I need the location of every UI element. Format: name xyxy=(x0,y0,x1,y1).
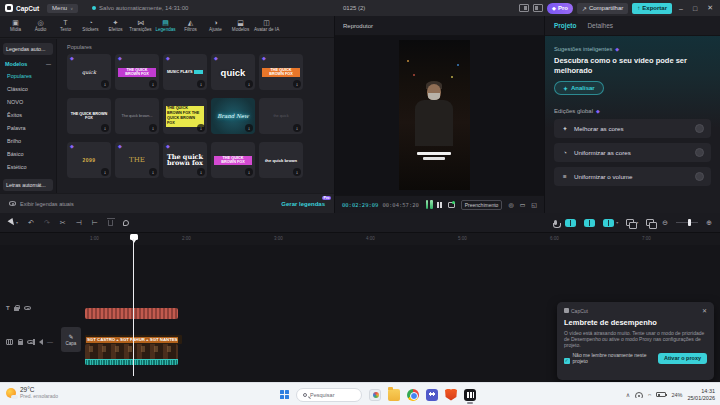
close-icon[interactable]: ✕ xyxy=(702,307,707,314)
sidebar-item--xitos[interactable]: Êxitos xyxy=(0,108,56,121)
mask-button[interactable] xyxy=(123,220,129,226)
taskbar-app-photos[interactable] xyxy=(369,389,381,401)
delete-button[interactable] xyxy=(108,220,113,226)
auto-ripple-toggle[interactable]: ▾ xyxy=(603,219,618,227)
battery-icon[interactable] xyxy=(656,392,666,397)
shrink-timeline-button[interactable] xyxy=(646,219,654,226)
sidebar-item-novo[interactable]: NOVO xyxy=(0,95,56,108)
taskbar-app-brave[interactable] xyxy=(445,389,457,401)
caption-template-tile[interactable]: Brand New↓ xyxy=(211,98,255,134)
export-button[interactable]: ↑ Exportar xyxy=(632,3,672,14)
ratio-icon[interactable]: ▭ xyxy=(520,201,526,209)
global-edit-row-uniformizar-volume[interactable]: ≡Uniformizar o volume xyxy=(554,167,711,186)
zoom-in-button[interactable]: ⊕ xyxy=(706,218,712,228)
caption-template-tile[interactable]: THE QUICK BROWN FOX↓ xyxy=(67,98,111,134)
taskbar-app-explorer[interactable] xyxy=(388,389,400,401)
caption-template-tile[interactable]: the quick↓ xyxy=(259,98,303,134)
redo-button[interactable]: ↷ xyxy=(44,218,50,228)
track-options-dropdown[interactable]: ▾ xyxy=(626,219,638,226)
caption-template-tile[interactable]: ◆2099↓ xyxy=(67,142,111,178)
preview-quality-icon[interactable] xyxy=(448,202,455,208)
link-preview-toggle[interactable] xyxy=(584,219,595,227)
sidebar-item-brilho[interactable]: Brilho xyxy=(0,134,56,147)
pro-button[interactable]: ◆ Pro xyxy=(547,3,573,14)
sidebar-item-palavra[interactable]: Palavra xyxy=(0,121,56,134)
ribbon-item-legendas[interactable]: ▤Legendas xyxy=(153,18,178,33)
global-edit-row-uniformizar-cores[interactable]: ◔Uniformizar as cores xyxy=(554,143,711,162)
zoom-slider-knob[interactable] xyxy=(688,219,691,226)
snap-toggle[interactable] xyxy=(565,219,576,227)
weather-widget[interactable]: 29°C Pred. ensolarado xyxy=(6,386,58,399)
fill-mode-dropdown[interactable]: Preenchimento xyxy=(461,200,503,210)
ribbon-item-modelos[interactable]: ⬓Modelos xyxy=(228,18,253,33)
download-icon[interactable]: ↓ xyxy=(101,80,109,88)
taskbar-app-chrome[interactable] xyxy=(407,389,419,401)
eye-icon[interactable] xyxy=(24,306,31,311)
menu-button[interactable]: Menu ∨ xyxy=(47,4,78,13)
mute-icon[interactable] xyxy=(39,339,43,345)
pause-button[interactable] xyxy=(437,202,442,208)
ribbon-item-audio[interactable]: ◎Áudio xyxy=(28,18,53,33)
split-button[interactable]: ✂ xyxy=(60,218,66,228)
sidebar-item-cl-ssico[interactable]: Clássico xyxy=(0,82,56,95)
ribbon-item-ajuste[interactable]: ◑Ajuste xyxy=(203,18,228,33)
caption-template-tile[interactable]: The quick brown...↓ xyxy=(115,98,159,134)
dont-remind-checkbox[interactable]: ✓ xyxy=(564,358,570,364)
sidebar-item-auto-captions[interactable]: Legendas auto... xyxy=(3,43,53,55)
record-voiceover-button[interactable] xyxy=(554,220,557,225)
download-icon[interactable]: ↓ xyxy=(197,168,205,176)
show-current-captions-toggle[interactable]: Exibir legendas atuais xyxy=(20,201,74,207)
delete-left-button[interactable]: ⊣ xyxy=(76,218,82,228)
download-icon[interactable]: ↓ xyxy=(149,124,157,132)
apply-toggle[interactable] xyxy=(695,148,704,157)
undo-button[interactable]: ↶ xyxy=(28,218,34,228)
delete-right-button[interactable]: ⊢ xyxy=(92,218,98,228)
download-icon[interactable]: ↓ xyxy=(149,80,157,88)
tab-projeto[interactable]: Projeto xyxy=(554,22,576,29)
tab-detalhes[interactable]: Detalhes xyxy=(587,22,613,29)
maximize-button[interactable]: □ xyxy=(690,5,700,12)
ribbon-item-transicoes[interactable]: ⋈Transições xyxy=(128,18,153,33)
zoom-out-button[interactable]: ⊖ xyxy=(662,218,668,228)
caption-template-tile[interactable]: ◆MUSIC PLAYS↓ xyxy=(163,54,207,90)
sidebar-item-b-sico[interactable]: Básico xyxy=(0,147,56,160)
caption-template-tile[interactable]: THE QUICK BROWN FOX THE QUICK BROWN FOX↓ xyxy=(163,98,207,134)
select-tool-button[interactable]: ▾ xyxy=(9,219,18,226)
download-icon[interactable]: ↓ xyxy=(101,168,109,176)
caption-template-tile[interactable]: ◆The quick brown fox↓ xyxy=(163,142,207,178)
video-preview[interactable] xyxy=(399,40,470,190)
ribbon-item-stickers[interactable]: ◔Stickers xyxy=(78,18,103,33)
download-icon[interactable]: ↓ xyxy=(245,168,253,176)
sidebar-item-est-tico[interactable]: Estético xyxy=(0,160,56,173)
ribbon-item-texto[interactable]: TTexto xyxy=(53,18,78,33)
wifi-icon[interactable] xyxy=(635,392,643,398)
taskbar-app-teams[interactable] xyxy=(426,389,438,401)
taskbar-search[interactable]: Pesquisar xyxy=(296,388,362,402)
lock-icon[interactable] xyxy=(14,307,19,311)
ribbon-item-efeitos[interactable]: ✦Efeitos xyxy=(103,18,128,33)
ribbon-item-midia[interactable]: ▣Mídia xyxy=(3,18,28,33)
layout-toggle-icon[interactable] xyxy=(519,4,529,12)
focus-icon[interactable]: ◎ xyxy=(508,201,513,209)
tray-chevron-icon[interactable]: ∧ xyxy=(626,391,630,398)
download-icon[interactable]: ↓ xyxy=(197,124,205,132)
cover-button[interactable]: ✎ Capa xyxy=(61,327,81,352)
enable-proxy-button[interactable]: Ativar o proxy xyxy=(658,353,707,364)
start-button[interactable] xyxy=(280,390,289,399)
timeline-zoom-slider[interactable] xyxy=(676,222,698,223)
taskbar-app-capcut[interactable] xyxy=(464,389,476,401)
speaker-icon[interactable]: ᴖ xyxy=(648,392,651,398)
sidebar-item-populares[interactable]: Populares xyxy=(0,69,56,82)
download-icon[interactable]: ↓ xyxy=(293,80,301,88)
video-clip[interactable] xyxy=(85,344,178,365)
download-icon[interactable]: ↓ xyxy=(245,124,253,132)
apply-toggle[interactable] xyxy=(695,124,704,133)
player-stage[interactable] xyxy=(335,36,544,195)
download-icon[interactable]: ↓ xyxy=(245,80,253,88)
taskbar-clock[interactable]: 14:31 25/01/2026 xyxy=(687,388,715,401)
caption-template-tile[interactable]: the quick brown↓ xyxy=(259,142,303,178)
playhead[interactable] xyxy=(133,239,134,376)
collapse-track-icon[interactable]: — xyxy=(47,339,53,345)
fullscreen-icon[interactable]: ◱ xyxy=(531,201,537,209)
sidebar-group-modelos[interactable]: Modelos — xyxy=(0,57,56,69)
